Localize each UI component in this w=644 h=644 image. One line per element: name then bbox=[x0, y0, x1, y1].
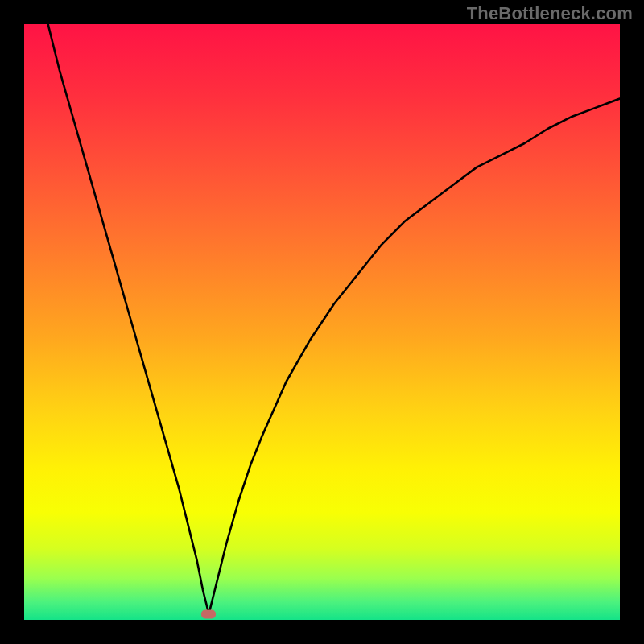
chart-frame: TheBottleneck.com bbox=[0, 0, 644, 644]
plot-area bbox=[24, 24, 620, 620]
bottleneck-curve bbox=[24, 24, 620, 620]
optimal-point-marker bbox=[201, 609, 216, 618]
watermark-text: TheBottleneck.com bbox=[467, 3, 633, 24]
curve-path bbox=[48, 24, 620, 614]
